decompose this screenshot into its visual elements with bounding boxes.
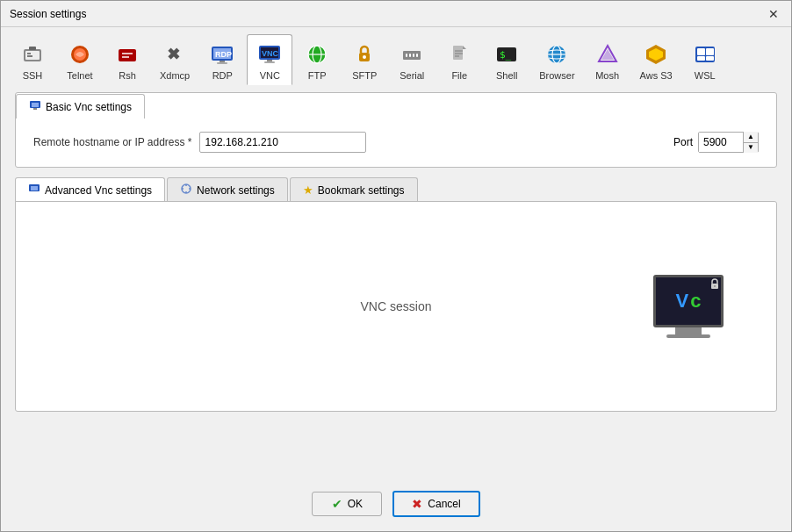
cancel-icon: ✖ bbox=[412, 497, 422, 511]
port-spinners: ▲ ▼ bbox=[743, 132, 758, 153]
vnc-monitor: V c bbox=[653, 275, 724, 338]
advanced-vnc-tab-label: Advanced Vnc settings bbox=[45, 184, 152, 197]
ok-label: OK bbox=[348, 498, 363, 510]
hostname-row: Remote hostname or IP address * bbox=[33, 132, 647, 153]
bookmark-settings-tab-label: Bookmark settings bbox=[318, 184, 405, 197]
toolbar: SSH Telnet Rsh ✖ Xdmcp RDP bbox=[1, 27, 791, 85]
wsl-icon bbox=[691, 40, 719, 68]
svg-rect-7 bbox=[119, 49, 136, 61]
titlebar: Session settings ✕ bbox=[1, 1, 791, 27]
rsh-label: Rsh bbox=[119, 70, 136, 81]
svg-rect-29 bbox=[409, 54, 411, 57]
file-label: File bbox=[451, 70, 467, 81]
advanced-vnc-tab-icon bbox=[28, 183, 40, 198]
svg-rect-30 bbox=[413, 54, 414, 57]
lower-content: VNC session V c bbox=[15, 201, 777, 412]
vnc-icon: VNC bbox=[256, 40, 284, 68]
toolbar-mosh[interactable]: Mosh bbox=[585, 34, 630, 85]
svg-point-57 bbox=[182, 188, 184, 190]
svg-point-58 bbox=[189, 188, 191, 190]
svg-point-60 bbox=[185, 191, 187, 193]
telnet-icon bbox=[66, 40, 94, 68]
toolbar-wsl[interactable]: WSL bbox=[682, 34, 728, 85]
svg-rect-20 bbox=[264, 61, 275, 63]
close-button[interactable]: ✕ bbox=[765, 5, 782, 23]
network-settings-tab[interactable]: Network settings bbox=[167, 177, 288, 202]
ftp-icon bbox=[303, 40, 331, 68]
serial-label: Serial bbox=[400, 70, 424, 81]
toolbar-vnc[interactable]: VNC VNC bbox=[247, 34, 292, 85]
serial-icon bbox=[398, 40, 426, 68]
browser-label: Browser bbox=[539, 70, 574, 81]
basic-settings-body: Remote hostname or IP address * Port ▲ ▼ bbox=[16, 118, 776, 167]
port-input[interactable] bbox=[699, 133, 743, 152]
svg-text:$_: $_ bbox=[500, 49, 512, 61]
session-settings-dialog: Session settings ✕ SSH Telnet Rsh bbox=[0, 0, 792, 532]
port-input-wrap: ▲ ▼ bbox=[698, 132, 759, 153]
toolbar-rdp[interactable]: RDP RDP bbox=[199, 34, 245, 85]
svg-text:✖: ✖ bbox=[167, 46, 180, 63]
svg-rect-53 bbox=[33, 108, 37, 110]
toolbar-serial[interactable]: Serial bbox=[389, 34, 435, 85]
svg-rect-47 bbox=[697, 48, 705, 55]
xdmcp-label: Xdmcp bbox=[160, 70, 190, 81]
toolbar-rsh[interactable]: Rsh bbox=[104, 34, 150, 85]
toolbar-awss3[interactable]: Aws S3 bbox=[632, 34, 680, 85]
ssh-icon bbox=[18, 40, 47, 68]
toolbar-browser[interactable]: Browser bbox=[531, 34, 582, 85]
monitor-base bbox=[666, 334, 710, 338]
ftp-label: FTP bbox=[308, 70, 327, 81]
ok-icon: ✔ bbox=[332, 497, 342, 511]
svg-text:VNC: VNC bbox=[262, 49, 279, 58]
network-settings-tab-label: Network settings bbox=[197, 184, 275, 197]
ok-button[interactable]: ✔ OK bbox=[312, 492, 382, 516]
cancel-button[interactable]: ✖ Cancel bbox=[392, 491, 479, 517]
network-settings-tab-icon bbox=[180, 183, 192, 198]
awss3-label: Aws S3 bbox=[640, 70, 673, 81]
shell-icon: $_ bbox=[493, 40, 521, 68]
basic-settings-box: Basic Vnc settings Remote hostname or IP… bbox=[15, 92, 777, 168]
vnc-label: VNC bbox=[260, 70, 280, 81]
toolbar-ssh[interactable]: SSH bbox=[10, 34, 55, 85]
content-area: Basic Vnc settings Remote hostname or IP… bbox=[1, 85, 791, 480]
basic-settings-tabs: Basic Vnc settings bbox=[16, 93, 776, 118]
svg-rect-48 bbox=[706, 48, 714, 55]
svg-point-26 bbox=[363, 55, 366, 59]
rdp-icon: RDP bbox=[208, 40, 236, 68]
toolbar-file[interactable]: File bbox=[436, 34, 482, 85]
port-label: Port bbox=[673, 136, 693, 148]
toolbar-sftp[interactable]: SFTP bbox=[342, 34, 387, 85]
xdmcp-icon: ✖ bbox=[161, 40, 189, 68]
footer: ✔ OK ✖ Cancel bbox=[1, 480, 791, 531]
ssh-label: SSH bbox=[23, 70, 43, 81]
toolbar-telnet[interactable]: Telnet bbox=[57, 34, 103, 85]
svg-rect-1 bbox=[25, 51, 40, 60]
monitor-screen: V c bbox=[653, 275, 724, 327]
port-group: Port ▲ ▼ bbox=[673, 132, 759, 153]
lower-tabs: Advanced Vnc settings Network settings ★… bbox=[15, 176, 777, 201]
browser-icon bbox=[543, 40, 571, 68]
toolbar-shell[interactable]: $_ Shell bbox=[484, 34, 529, 85]
advanced-vnc-tab[interactable]: Advanced Vnc settings bbox=[15, 177, 165, 202]
port-increment-button[interactable]: ▲ bbox=[744, 132, 758, 143]
svg-text:RDP: RDP bbox=[215, 50, 232, 59]
svg-rect-31 bbox=[416, 54, 418, 57]
mosh-label: Mosh bbox=[595, 70, 619, 81]
svg-rect-49 bbox=[697, 56, 705, 61]
basic-vnc-tab[interactable]: Basic Vnc settings bbox=[16, 94, 145, 119]
hostname-label: Remote hostname or IP address * bbox=[33, 136, 192, 148]
rsh-icon bbox=[113, 40, 141, 68]
port-decrement-button[interactable]: ▼ bbox=[744, 143, 758, 154]
monitor-stand bbox=[675, 327, 702, 334]
toolbar-xdmcp[interactable]: ✖ Xdmcp bbox=[152, 34, 198, 85]
svg-rect-4 bbox=[29, 47, 36, 50]
svg-rect-14 bbox=[217, 62, 227, 64]
rdp-label: RDP bbox=[212, 70, 233, 81]
bookmark-settings-tab[interactable]: ★ Bookmark settings bbox=[290, 177, 418, 202]
toolbar-ftp[interactable]: FTP bbox=[294, 34, 340, 85]
wsl-label: WSL bbox=[695, 70, 716, 81]
svg-marker-33 bbox=[463, 46, 466, 49]
cancel-label: Cancel bbox=[428, 498, 460, 510]
svg-point-59 bbox=[185, 184, 187, 186]
hostname-input[interactable] bbox=[199, 132, 366, 153]
